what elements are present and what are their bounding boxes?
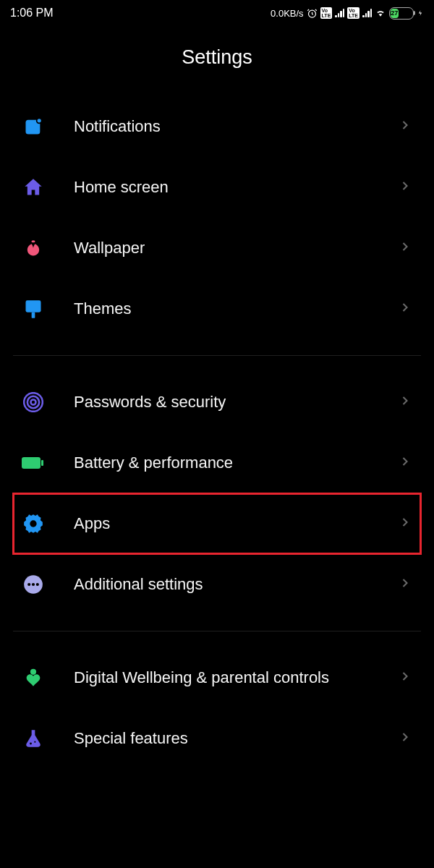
svg-point-15: [36, 583, 39, 586]
setting-additional[interactable]: Additional settings: [13, 554, 421, 615]
setting-digital-wellbeing[interactable]: Digital Wellbeing & parental controls: [13, 647, 421, 708]
chevron-right-icon: [398, 393, 412, 411]
svg-rect-4: [26, 300, 41, 312]
more-icon: [22, 573, 45, 596]
wifi-icon: [375, 8, 386, 18]
setting-home-screen[interactable]: Home screen: [13, 157, 421, 218]
chevron-right-icon: [398, 669, 412, 686]
chevron-right-icon: [398, 576, 412, 593]
status-time: 1:06 PM: [10, 7, 54, 20]
chevron-right-icon: [398, 730, 412, 747]
svg-point-17: [30, 743, 32, 745]
battery-icon: 27: [389, 7, 414, 20]
setting-label: Special features: [74, 728, 398, 749]
setting-apps[interactable]: Apps: [13, 493, 421, 554]
fingerprint-icon: [22, 391, 45, 414]
svg-point-7: [27, 396, 39, 408]
setting-battery-performance[interactable]: Battery & performance: [13, 433, 421, 493]
settings-group-1: Notifications Home screen Wallpaper Them…: [0, 96, 434, 339]
settings-group-3: Digital Wellbeing & parental controls Sp…: [0, 647, 434, 769]
setting-label: Apps: [74, 514, 398, 534]
flask-icon: [22, 727, 45, 750]
chevron-right-icon: [398, 239, 412, 257]
chevron-right-icon: [398, 179, 412, 196]
battery-perf-icon: [22, 451, 45, 475]
volte-icon-2: VoLTE: [347, 7, 359, 19]
svg-point-14: [32, 583, 35, 586]
setting-label: Battery & performance: [74, 453, 398, 473]
home-icon: [22, 176, 45, 199]
svg-rect-5: [32, 312, 35, 318]
setting-label: Home screen: [74, 177, 398, 197]
svg-point-16: [30, 669, 36, 675]
alarm-icon: [307, 8, 318, 19]
svg-point-11: [30, 520, 36, 527]
data-rate: 0.0KB/s: [271, 8, 304, 19]
svg-point-2: [37, 118, 42, 123]
chevron-right-icon: [398, 118, 412, 135]
setting-wallpaper[interactable]: Wallpaper: [13, 218, 421, 278]
wellbeing-icon: [22, 666, 45, 689]
setting-special-features[interactable]: Special features: [13, 708, 421, 769]
chevron-right-icon: [398, 300, 412, 318]
svg-point-13: [27, 583, 30, 586]
charging-icon: [417, 8, 424, 18]
svg-rect-9: [22, 457, 41, 469]
svg-rect-10: [41, 460, 43, 466]
setting-label: Passwords & security: [74, 392, 398, 412]
setting-passwords-security[interactable]: Passwords & security: [13, 372, 421, 433]
battery-level: 27: [391, 9, 399, 18]
settings-group-2: Passwords & security Battery & performan…: [0, 372, 434, 615]
notifications-icon: [22, 115, 45, 138]
gear-icon: [22, 512, 45, 535]
status-indicators: 0.0KB/s VoLTE VoLTE 27: [271, 7, 424, 20]
setting-label: Digital Wellbeing & parental controls: [74, 668, 398, 688]
setting-label: Additional settings: [74, 574, 398, 595]
chevron-right-icon: [398, 454, 412, 472]
themes-icon: [22, 297, 45, 320]
divider: [13, 631, 421, 631]
setting-label: Themes: [74, 299, 398, 319]
setting-label: Notifications: [74, 116, 398, 137]
volte-icon: VoLTE: [320, 7, 333, 19]
page-title: Settings: [0, 26, 434, 96]
svg-point-18: [34, 741, 35, 743]
chevron-right-icon: [398, 515, 412, 532]
setting-notifications[interactable]: Notifications: [13, 96, 421, 157]
signal-icon-2: [362, 9, 372, 17]
svg-point-3: [31, 240, 35, 242]
status-bar: 1:06 PM 0.0KB/s VoLTE VoLTE 27: [0, 0, 434, 26]
setting-label: Wallpaper: [74, 238, 398, 258]
setting-themes[interactable]: Themes: [13, 278, 421, 339]
svg-point-6: [31, 400, 36, 405]
divider: [13, 355, 421, 356]
signal-icon-1: [335, 9, 344, 17]
wallpaper-icon: [22, 237, 45, 260]
